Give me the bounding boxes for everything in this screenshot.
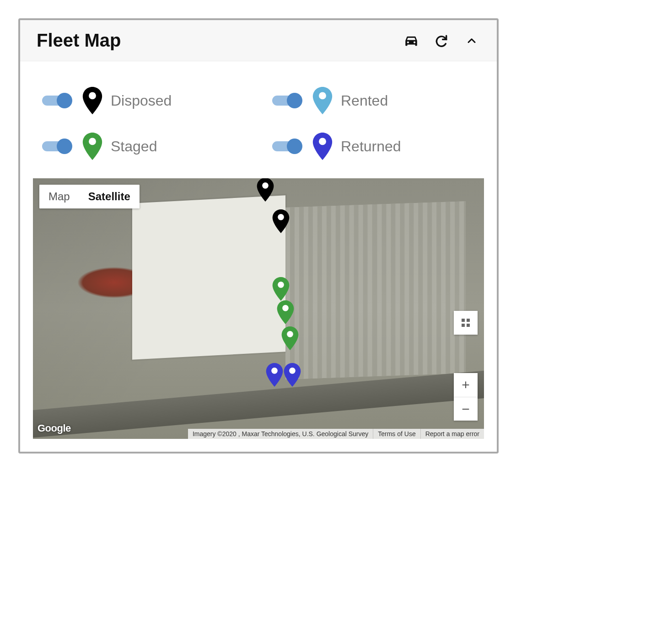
map-pin-returned[interactable]: [284, 363, 301, 387]
svg-rect-5: [467, 319, 470, 322]
svg-point-1: [319, 92, 326, 99]
toggle-returned[interactable]: [272, 139, 304, 154]
legend-label: Disposed: [111, 92, 172, 109]
map-pin-disposed[interactable]: [272, 209, 290, 233]
toggle-disposed[interactable]: [42, 93, 74, 108]
collapse-icon[interactable]: [463, 32, 480, 49]
svg-rect-4: [462, 319, 465, 322]
svg-point-8: [262, 182, 269, 189]
svg-point-3: [319, 138, 326, 145]
svg-point-11: [282, 305, 289, 311]
svg-point-2: [89, 138, 96, 145]
toggle-staged[interactable]: [42, 139, 74, 154]
svg-point-9: [278, 214, 284, 220]
svg-point-0: [89, 92, 96, 99]
imagery-text: Imagery ©2020 , Maxar Technologies, U.S.…: [188, 429, 373, 439]
map-canvas[interactable]: Map Satellite + − Google Imagery ©2020 ,…: [33, 178, 484, 439]
legend-item-returned: Returned: [272, 133, 475, 160]
map-type-satellite-button[interactable]: Satellite: [79, 185, 140, 208]
legend-label: Staged: [111, 138, 157, 155]
map-pin-returned[interactable]: [266, 363, 283, 387]
legend-label: Rented: [341, 92, 388, 109]
fullscreen-button[interactable]: [454, 311, 478, 335]
header-actions: [403, 32, 480, 49]
svg-rect-7: [467, 324, 470, 327]
legend-item-rented: Rented: [272, 87, 475, 114]
car-icon[interactable]: [403, 32, 420, 49]
svg-point-14: [289, 368, 296, 374]
zoom-out-button[interactable]: −: [454, 397, 478, 421]
map-pin-staged[interactable]: [277, 300, 294, 324]
map-pin-disposed[interactable]: [257, 178, 274, 202]
zoom-control: + −: [454, 373, 478, 421]
legend-label: Returned: [341, 138, 401, 155]
zoom-in-button[interactable]: +: [454, 373, 478, 397]
fleet-map-card: Fleet Map Disposed Rented Sta: [18, 18, 499, 454]
google-logo: Google: [38, 422, 71, 434]
card-header: Fleet Map: [20, 20, 497, 61]
toggle-rented[interactable]: [272, 93, 304, 108]
pin-icon-disposed: [82, 87, 102, 114]
legend-item-staged: Staged: [42, 133, 245, 160]
pin-icon-staged: [82, 133, 102, 160]
map-attribution: Imagery ©2020 , Maxar Technologies, U.S.…: [188, 429, 484, 439]
map-type-switch: Map Satellite: [39, 185, 140, 208]
legend-item-disposed: Disposed: [42, 87, 245, 114]
map-pin-staged[interactable]: [272, 277, 290, 301]
refresh-icon[interactable]: [433, 32, 450, 49]
map-pin-staged[interactable]: [281, 326, 299, 350]
legend: Disposed Rented Staged Returned: [20, 61, 497, 178]
svg-point-13: [271, 368, 278, 374]
pin-icon-returned: [312, 133, 333, 160]
svg-point-10: [278, 282, 284, 288]
svg-rect-6: [462, 324, 465, 327]
card-title: Fleet Map: [37, 30, 121, 51]
pin-icon-rented: [312, 87, 333, 114]
terms-link[interactable]: Terms of Use: [373, 429, 420, 439]
svg-point-12: [287, 331, 293, 337]
map-type-map-button[interactable]: Map: [39, 185, 79, 208]
report-error-link[interactable]: Report a map error: [420, 429, 484, 439]
